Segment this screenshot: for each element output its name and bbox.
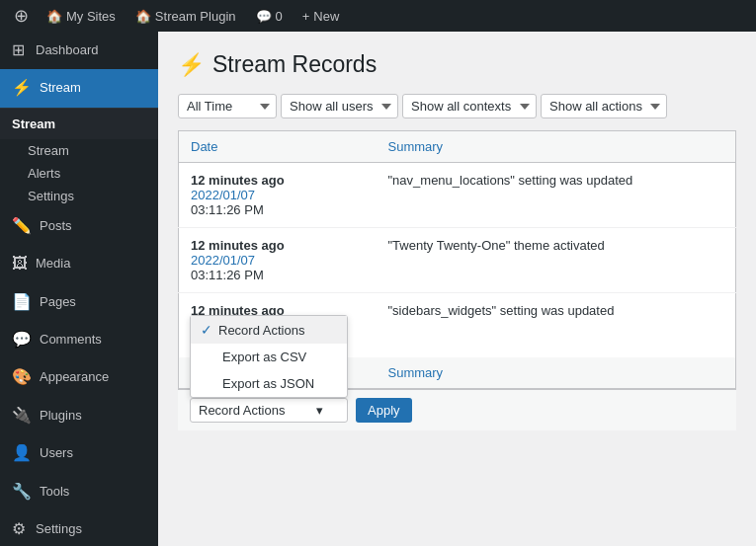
date-cell: 12 minutes ago 2022/01/07 03:11:26 PM — [179, 163, 377, 228]
time-filter[interactable]: All Time — [178, 94, 277, 118]
chevron-down-icon: ▾ — [316, 403, 323, 418]
users-icon: 👤 — [12, 442, 32, 464]
summary-cell: "Twenty Twenty-One" theme activated — [377, 228, 736, 293]
tools-icon: 🔧 — [12, 481, 32, 503]
wp-icon: ⊕ — [14, 5, 29, 27]
sidebar-item-stream-sub[interactable]: Stream — [0, 139, 158, 162]
pages-icon: 📄 — [12, 291, 32, 313]
new-link[interactable]: + New — [294, 0, 348, 32]
option-export-csv[interactable]: Export as CSV — [191, 344, 347, 370]
summary-cell: "nav_menu_locations" setting was updated — [377, 163, 736, 228]
sidebar-item-plugins[interactable]: 🔌 Plugins — [0, 397, 158, 434]
actions-filter[interactable]: Show all actions — [541, 94, 667, 118]
apply-button[interactable]: Apply — [356, 398, 412, 423]
stream-section: Stream Stream Alerts Settings — [0, 108, 158, 207]
users-filter[interactable]: Show all users — [281, 94, 398, 118]
action-dropdown-trigger[interactable]: Record Actions ▾ — [190, 398, 348, 423]
action-dropdown-menu: ✓ Record Actions Export as CSV Export as… — [190, 315, 348, 398]
bottom-bar: ✓ Record Actions Export as CSV Export as… — [178, 389, 736, 430]
table-row: 12 minutes ago 2022/01/07 03:11:26 PM "n… — [179, 163, 736, 228]
comments-link[interactable]: 💬 0 — [248, 0, 291, 32]
action-dropdown-wrapper: ✓ Record Actions Export as CSV Export as… — [190, 398, 348, 423]
col-summary-footer: Summary — [377, 357, 736, 389]
filter-bar: All Time Show all users Show all context… — [178, 94, 736, 118]
sidebar-item-pages[interactable]: 📄 Pages — [0, 283, 158, 321]
stream-section-header: Stream — [0, 109, 158, 139]
sidebar-item-dashboard[interactable]: ⊞ Dashboard — [0, 32, 158, 69]
appearance-icon: 🎨 — [12, 366, 32, 388]
dashboard-icon: ⊞ — [12, 39, 28, 61]
option-export-json[interactable]: Export as JSON — [191, 370, 347, 397]
summary-cell: "sidebars_widgets" setting was updated — [377, 293, 736, 358]
date-link[interactable]: 2022/01/07 — [191, 188, 365, 202]
media-icon: 🖼 — [12, 253, 28, 274]
stream-nav-icon: ⚡ — [12, 77, 32, 99]
admin-bar: ⊕ 🏠 My Sites 🏠 Stream Plugin 💬 0 + New — [0, 0, 756, 32]
stream-plugin-link[interactable]: 🏠 Stream Plugin — [127, 0, 244, 32]
my-sites-link[interactable]: 🏠 My Sites — [39, 0, 124, 32]
page-title-icon: ⚡ — [178, 52, 205, 78]
page-title: ⚡ Stream Records — [178, 51, 736, 78]
date-cell: 12 minutes ago 2022/01/07 03:11:26 PM — [179, 228, 377, 293]
sidebar-item-settings-stream[interactable]: Settings — [0, 185, 158, 207]
check-icon: ✓ — [201, 322, 212, 338]
date-link[interactable]: 2022/01/07 — [191, 253, 365, 268]
stream-plugin-icon: 🏠 — [135, 9, 151, 24]
col-summary: Summary — [377, 131, 736, 163]
date-time: 03:11:26 PM — [191, 268, 264, 282]
house-icon: 🏠 — [46, 9, 62, 24]
main-content: ⚡ Stream Records All Time Show all users… — [158, 32, 756, 546]
stream-section-label: Stream — [12, 117, 55, 131]
comment-icon: 💬 — [256, 9, 272, 24]
settings-icon: ⚙ — [12, 518, 28, 540]
posts-icon: ✏️ — [12, 215, 32, 237]
plugins-icon: 🔌 — [12, 405, 32, 427]
time-ago: 12 minutes ago — [191, 238, 285, 253]
sidebar: ⊞ Dashboard ⚡ Stream Stream Stream Alert… — [0, 32, 158, 546]
sidebar-item-stream[interactable]: ⚡ Stream — [0, 69, 158, 107]
comments-icon: 💬 — [12, 329, 32, 351]
sidebar-item-settings[interactable]: ⚙ Settings — [0, 510, 158, 546]
sidebar-item-users[interactable]: 👤 Users — [0, 434, 158, 472]
sidebar-item-alerts[interactable]: Alerts — [0, 162, 158, 185]
contexts-filter[interactable]: Show all contexts — [402, 94, 537, 118]
date-time: 03:11:26 PM — [191, 202, 264, 217]
sidebar-item-media[interactable]: 🖼 Media — [0, 245, 158, 282]
time-ago: 12 minutes ago — [191, 173, 285, 188]
wp-logo[interactable]: ⊕ — [8, 0, 35, 32]
sidebar-item-posts[interactable]: ✏️ Posts — [0, 207, 158, 245]
sidebar-item-appearance[interactable]: 🎨 Appearance — [0, 358, 158, 396]
col-date[interactable]: Date — [179, 131, 377, 163]
plus-icon: + — [302, 9, 310, 24]
table-row: 12 minutes ago 2022/01/07 03:11:26 PM "T… — [179, 228, 736, 293]
option-record-actions[interactable]: ✓ Record Actions — [191, 316, 347, 344]
sidebar-item-comments[interactable]: 💬 Comments — [0, 321, 158, 358]
sidebar-item-tools[interactable]: 🔧 Tools — [0, 473, 158, 510]
